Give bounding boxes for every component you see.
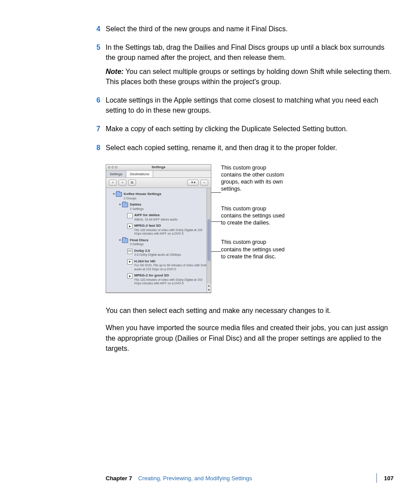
setting-subtitle: 48kHz, 16-bit AIFF stereo audio [134,218,209,221]
step-6: 6 Locate settings in the Apple settings … [106,95,392,119]
group-koffee-house[interactable]: ▼ Koffee House Settings 2 Groups [106,191,211,201]
step-text: Locate settings in the Apple settings th… [106,95,392,115]
step-number: 5 [94,42,106,90]
callout-top-group: This custom group contains the other cus… [221,164,287,193]
step-body: In the Settings tab, drag the Dailies an… [106,42,392,90]
disclosure-triangle-icon[interactable]: ▼ [118,238,122,243]
setting-title: Dolby 2.0 [134,248,209,254]
video-setting-icon: ▶ [127,259,133,265]
settings-tree: ▼ Koffee House Settings 2 Groups ▼ Daili… [106,188,211,293]
action-menu-button[interactable]: ✦▾ [187,180,199,186]
page-footer: Chapter 7 Creating, Previewing, and Modi… [106,473,394,483]
setting-h264[interactable]: ▶ H.264 for HD For HD DVD. Fits up to 60… [106,258,211,272]
window-title: Settings [106,165,211,170]
settings-panel: Settings Settings Destinations + + ⧉ ✦▾ … [106,164,211,294]
step-text: Select each copied setting, rename it, a… [106,143,392,153]
step-note: Note: You can select multiple groups or … [106,66,392,87]
note-label: Note: [106,68,124,75]
closing-paragraphs: You can then select each setting and mak… [106,305,392,353]
group-title: Koffee House Settings [124,191,209,197]
tab-destinations[interactable]: Destinations [126,171,153,178]
setting-subtitle: For HD DVD. Fits up to 60 minutes of vid… [134,264,209,271]
step-text: Select the third of the new groups and n… [106,24,392,34]
group-subtitle: 2 Groups [124,197,209,200]
callouts: This custom group contains the other cus… [221,164,287,273]
setting-title: MPEG-2 for good SD [134,273,209,278]
group-subtitle: 3 Settings [130,243,209,246]
folder-icon [122,202,128,207]
step-8: 8 Select each copied setting, rename it,… [106,143,392,156]
disclosure-triangle-icon[interactable]: ▼ [112,191,116,196]
step-text: In the Settings tab, drag the Dailies an… [106,42,392,63]
callout-final-group: This custom group contains the settings … [221,239,287,260]
group-title: Dailies [130,202,209,207]
step-4: 4 Select the third of the new groups and… [106,24,392,37]
footer-title: Creating, Previewing, and Modifying Sett… [138,475,369,482]
window-titlebar: Settings [106,165,211,171]
footer-chapter: Chapter 7 [106,475,132,482]
group-subtitle: 2 Settings [130,207,209,211]
setting-subtitle: 2.0 Dolby Digital audio at 192kbps [134,253,209,257]
toolbar: + + ⧉ ✦▾ − [106,178,211,188]
folder-icon [116,192,122,197]
add-setting-button[interactable]: + [118,180,126,186]
scrollbar[interactable]: ▲ ▼ [206,188,211,292]
tab-bar: Settings Destinations [106,171,211,178]
step-7: 7 Make a copy of each setting by clickin… [106,124,392,137]
setting-subtitle: Fits 120 minutes of video with Dolby Dig… [134,228,209,236]
audio-setting-icon: ♪ [127,213,133,218]
callout-dailies-group: This custom group contains the settings … [221,205,287,227]
setting-title: MPEG-2 fast SD [134,223,209,228]
group-final-discs[interactable]: ▼ Final Discs 3 Settings [106,237,211,247]
audio-setting-icon: DD [127,249,133,254]
step-body: Select each copied setting, rename it, a… [106,143,392,156]
remove-button[interactable]: − [200,180,208,186]
scroll-up-icon[interactable]: ▲ [207,283,211,288]
folder-icon [122,238,128,243]
step-number: 6 [94,95,106,119]
step-body: Make a copy of each setting by clicking … [106,124,392,137]
group-title: Final Discs [130,238,209,243]
setting-aiff[interactable]: ♪ AIFF for dailies 48kHz, 16-bit AIFF st… [106,212,211,222]
setting-subtitle: Fits 120 minutes of video with Dolby Dig… [134,278,209,286]
step-text: Make a copy of each setting by clicking … [106,124,392,134]
step-body: Select the third of the new groups and n… [106,24,392,37]
note-text: You can select multiple groups or settin… [106,68,391,85]
setting-title: AIFF for dailies [134,213,209,218]
step-number: 4 [94,24,106,37]
disclosure-triangle-icon[interactable]: ▼ [118,202,122,207]
step-number: 7 [94,124,106,137]
step-5: 5 In the Settings tab, drag the Dailies … [106,42,392,90]
footer-page-number: 107 [384,475,394,482]
add-folder-button[interactable]: + [109,180,117,186]
setting-dolby[interactable]: DD Dolby 2.0 2.0 Dolby Digital audio at … [106,247,211,258]
callout-line [211,192,221,193]
callout-line [211,221,221,222]
step-number: 8 [94,143,106,156]
closing-p2: When you have imported the source media … [106,323,392,353]
setting-mpeg-fast[interactable]: ▶ MPEG-2 fast SD Fits 120 minutes of vid… [106,222,211,236]
closing-p1: You can then select each setting and mak… [106,305,392,316]
group-dailies[interactable]: ▼ Dailies 2 Settings [106,201,211,212]
step-body: Locate settings in the Apple settings th… [106,95,392,119]
callout-line [211,251,221,252]
video-setting-icon: ▶ [127,224,133,229]
scroll-down-icon[interactable]: ▼ [207,288,211,292]
footer-separator [376,473,377,483]
tab-settings[interactable]: Settings [106,171,126,178]
setting-mpeg-good[interactable]: ▶ MPEG-2 for good SD Fits 120 minutes of… [106,272,211,286]
setting-title: H.264 for HD [134,259,209,264]
scroll-thumb[interactable] [207,219,210,261]
duplicate-button[interactable]: ⧉ [128,180,136,186]
video-setting-icon: ▶ [127,273,133,279]
